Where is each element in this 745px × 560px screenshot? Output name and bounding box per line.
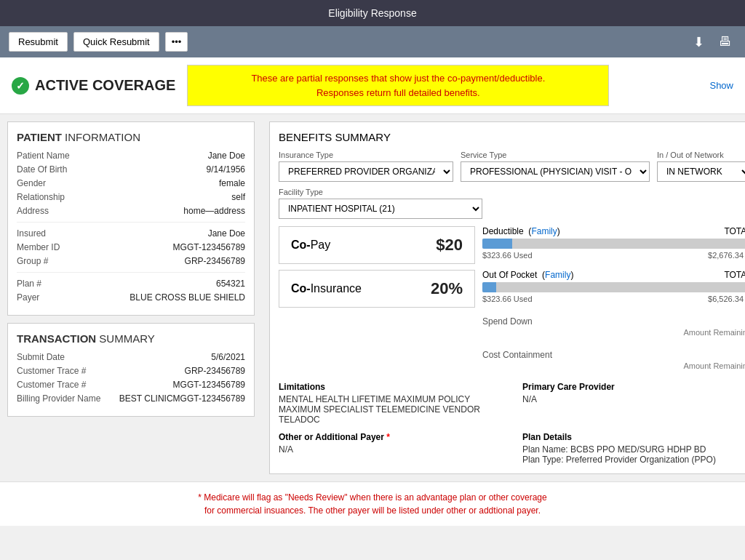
deductible-section: Deductible (Family) TOTAL $323.66 Used $…	[482, 226, 745, 376]
info-label: Relationship	[17, 192, 65, 202]
out-of-pocket-row: Out Of Pocket (Family) TOTAL $323.66 Use…	[482, 270, 745, 303]
info-label: Payer	[17, 292, 39, 303]
limitations-left: Limitations MENTAL HEALTH LIFETIME MAXIM…	[279, 382, 508, 425]
insurance-type-group: Insurance Type PREFERRED PROVIDER ORGANI…	[279, 151, 453, 182]
toolbar-actions: ⬇ 🖶	[689, 33, 736, 52]
info-value: Jane Doe	[208, 228, 245, 239]
cost-containment-row: Cost Containment Amount Remaining	[482, 347, 745, 370]
out-of-pocket-progress-bg	[482, 282, 745, 292]
check-circle-icon: ✓	[12, 77, 29, 95]
copay-value: $20	[436, 236, 463, 255]
network-label: In / Out of Network	[657, 151, 745, 159]
coinsurance-label: Co-Insurance	[291, 282, 362, 295]
info-label: Plan #	[17, 279, 41, 289]
transaction-summary-title: TRANSACTION SUMMARY	[17, 332, 245, 345]
copay-card: Co-Pay $20	[279, 226, 475, 264]
insurance-type-select[interactable]: PREFERRED PROVIDER ORGANIZATION (P	[279, 161, 453, 182]
info-value: Jane Doe	[208, 151, 245, 161]
main-content: PATIENT INFORMATION Patient NameJane Doe…	[0, 114, 745, 481]
service-type-group: Service Type PROFESSIONAL (PHYSICIAN) VI…	[461, 151, 650, 182]
deductible-family-link[interactable]: Family	[531, 226, 557, 236]
partial-notice: These are partial responses that show ju…	[187, 65, 609, 106]
transaction-summary-card: TRANSACTION SUMMARY Submit Date5/6/2021C…	[7, 323, 255, 417]
plan-details-group: Plan Details Plan Name: BCBS PPO MED/SUR…	[522, 432, 745, 465]
info-value: 5/6/2021	[211, 352, 245, 362]
patient-fields2: InsuredJane DoeMember IDMGGT-123456789Gr…	[17, 228, 245, 266]
info-label: Date Of Birth	[17, 164, 67, 175]
info-row: Date Of Birth9/14/1956	[17, 164, 245, 175]
info-row: Patient NameJane Doe	[17, 151, 245, 161]
right-panel: BENEFITS SUMMARY Insurance Type PREFERRE…	[262, 114, 745, 481]
info-row: Customer Trace #MGGT-123456789	[17, 380, 245, 390]
info-label: Patient Name	[17, 151, 70, 161]
service-type-select[interactable]: PROFESSIONAL (PHYSICIAN) VISIT - OFFIC	[461, 161, 650, 182]
patient-info-title: PATIENT INFORMATION	[17, 131, 245, 143]
quick-resubmit-button[interactable]: Quick Resubmit	[73, 32, 159, 52]
more-options-button[interactable]: •••	[165, 32, 188, 52]
info-label: Insured	[17, 228, 46, 239]
info-value: GRP-23456789	[185, 256, 245, 266]
info-value: MGGT-123456789	[173, 242, 245, 252]
info-value: 9/14/1956	[207, 164, 245, 175]
info-row: Plan #654321	[17, 279, 245, 289]
insurance-type-label: Insurance Type	[279, 151, 453, 159]
info-row: Group #GRP-23456789	[17, 256, 245, 266]
coinsurance-card: Co-Insurance 20%	[279, 270, 475, 308]
network-group: In / Out of Network IN NETWORK	[657, 151, 745, 182]
info-label: Address	[17, 206, 49, 216]
info-value: BEST CLINICMGGT-123456789	[119, 393, 245, 404]
patient-fields: Patient NameJane DoeDate Of Birth9/14/19…	[17, 151, 245, 216]
page-title: Eligibility Response	[328, 7, 416, 19]
info-value: female	[219, 178, 245, 188]
info-label: Group #	[17, 256, 48, 266]
network-select[interactable]: IN NETWORK	[657, 161, 745, 182]
facility-type-select[interactable]: INPATIENT HOSPITAL (21)	[279, 199, 482, 219]
deductible-progress-fill	[482, 239, 512, 249]
info-row: Customer Trace #GRP-23456789	[17, 366, 245, 376]
limitations-section: Limitations MENTAL HEALTH LIFETIME MAXIM…	[279, 382, 745, 465]
out-of-pocket-family-link[interactable]: Family	[545, 270, 570, 280]
active-coverage-label: ✓ ACTIVE COVERAGE	[12, 77, 175, 95]
info-row: InsuredJane Doe	[17, 228, 245, 239]
active-coverage-bar: ✓ ACTIVE COVERAGE These are partial resp…	[0, 57, 745, 114]
info-row: Submit Date5/6/2021	[17, 352, 245, 362]
facility-type-group: Facility Type INPATIENT HOSPITAL (21)	[279, 188, 745, 219]
info-label: Customer Trace #	[17, 366, 86, 376]
info-row: Member IDMGGT-123456789	[17, 242, 245, 252]
deductible-row: Deductible (Family) TOTAL $323.66 Used $…	[482, 226, 745, 260]
info-row: Billing Provider NameBEST CLINICMGGT-123…	[17, 393, 245, 404]
info-value: 654321	[216, 279, 245, 289]
download-icon[interactable]: ⬇	[689, 33, 709, 52]
transaction-fields: Submit Date5/6/2021Customer Trace #GRP-2…	[17, 352, 245, 404]
info-value: self	[231, 192, 245, 202]
title-bar: Eligibility Response	[0, 0, 745, 26]
info-value: home—address	[183, 206, 245, 216]
deductible-progress-bg	[482, 239, 745, 249]
spend-down-row: Spend Down Amount Remaining	[482, 313, 745, 337]
info-value: GRP-23456789	[185, 366, 245, 376]
patient-fields3: Plan #654321PayerBLUE CROSS BLUE SHIELD	[17, 279, 245, 303]
resubmit-button[interactable]: Resubmit	[9, 32, 68, 52]
info-value: BLUE CROSS BLUE SHIELD	[130, 292, 245, 303]
info-label: Submit Date	[17, 352, 65, 362]
info-label: Billing Provider Name	[17, 393, 100, 404]
limitations-right: Primary Care Provider N/A	[522, 382, 745, 425]
show-more-link[interactable]: Show	[709, 80, 733, 91]
coinsurance-value: 20%	[431, 279, 463, 298]
info-label: Customer Trace #	[17, 380, 86, 390]
out-of-pocket-progress-fill	[482, 282, 496, 292]
info-label: Gender	[17, 178, 46, 188]
form-row-1: Insurance Type PREFERRED PROVIDER ORGANI…	[279, 151, 745, 182]
info-label: Member ID	[17, 242, 60, 252]
patient-info-card: PATIENT INFORMATION Patient NameJane Doe…	[7, 121, 255, 316]
left-panel: PATIENT INFORMATION Patient NameJane Doe…	[0, 114, 262, 481]
service-type-label: Service Type	[461, 151, 650, 159]
facility-type-label: Facility Type	[279, 188, 745, 196]
info-row: PayerBLUE CROSS BLUE SHIELD	[17, 292, 245, 303]
copay-section: Co-Pay $20 Co-Insurance 20%	[279, 226, 475, 376]
toolbar: Resubmit Quick Resubmit ••• ⬇ 🖶	[0, 26, 745, 57]
benefits-summary-card: BENEFITS SUMMARY Insurance Type PREFERRE…	[269, 121, 745, 474]
info-row: Addresshome—address	[17, 206, 245, 216]
copay-label: Co-Pay	[291, 239, 330, 252]
print-icon[interactable]: 🖶	[714, 33, 736, 52]
